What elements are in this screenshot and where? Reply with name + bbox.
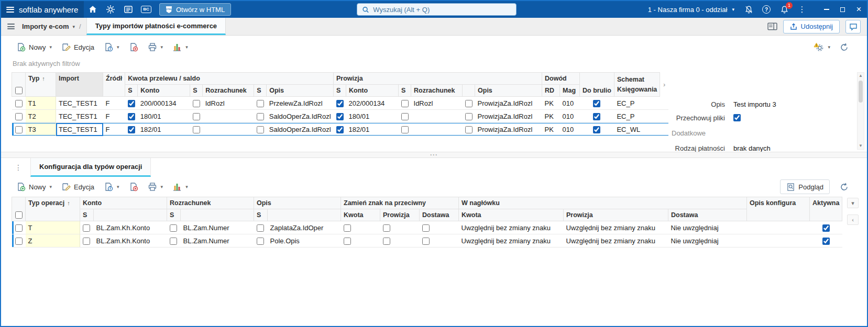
search-input[interactable] (373, 6, 511, 14)
cell-kwota-opis[interactable]: SaldoOperZa.IdRozl (267, 123, 334, 136)
new-button[interactable]: Nowy ▾ (12, 179, 57, 195)
cell-zamien-prowizja[interactable] (380, 234, 420, 247)
maximize-button[interactable] (834, 1, 851, 18)
cell-prowizja-rozrachunek-s[interactable] (399, 97, 411, 110)
cell-naglowek-dostawa[interactable]: Nie uwzględniaj (668, 221, 747, 234)
more-options-button[interactable]: ⋮ (793, 1, 811, 18)
table-row[interactable]: T2 TEC_TEST1 F 180/01 SaldoOperZa.IdRozl… (12, 110, 668, 123)
document-info-button[interactable]: ▾ (99, 39, 124, 55)
cell-naglowek-prowizja[interactable]: Uwzględnij bez zmiany znaku (564, 221, 668, 234)
cell-kwota-rozrachunek[interactable] (203, 123, 254, 136)
cell-typ[interactable]: T1 (26, 97, 56, 110)
column-header-typ[interactable]: Typ↑ (26, 73, 56, 97)
aktywna-checkbox[interactable] (822, 238, 830, 245)
cell-mag[interactable]: 010 (560, 110, 580, 123)
table-row-selected[interactable]: T3 TEC_TEST1 F 182/01 SaldoOperZa.IdRozl… (12, 123, 668, 136)
s-checkbox[interactable] (83, 238, 90, 245)
cell-prowizja-rozrachunek-s[interactable] (399, 123, 411, 136)
cell-opis[interactable]: Pole.Opis (268, 234, 341, 247)
zamien-prowizja-checkbox[interactable] (383, 224, 390, 232)
s-checkbox[interactable] (257, 126, 264, 133)
s-checkbox[interactable] (336, 100, 344, 107)
cell-zamien-kwota[interactable] (341, 221, 380, 234)
cell-typ[interactable]: T2 (26, 110, 56, 123)
do-brulionu-checkbox[interactable] (593, 126, 600, 133)
cell-kwota-rozrachunek[interactable]: IdRozl (203, 97, 254, 110)
chart-button[interactable]: ▾ (168, 39, 193, 55)
preview-button[interactable]: Podgląd (780, 179, 830, 194)
zamien-dostawa-checkbox[interactable] (422, 224, 430, 232)
print-button[interactable]: ▾ (143, 179, 168, 195)
cell-do-brulionu[interactable] (580, 123, 614, 136)
cell-prowizja-s[interactable] (334, 123, 346, 136)
panel-layout-button[interactable] (767, 22, 777, 31)
column-header-opis-konfiguracji[interactable]: Opis konfigura (747, 197, 810, 221)
row-select-checkbox[interactable] (15, 238, 23, 245)
cell-prowizja-rozrachunek[interactable] (411, 110, 463, 123)
expand-side-panel-button[interactable]: ‹ (847, 215, 859, 225)
delete-button[interactable] (124, 179, 143, 195)
cell-kwota-opis[interactable]: SaldoOperZa.IdRozl (267, 110, 334, 123)
cell-rozrachunek[interactable]: BL.Zam.Numer (181, 234, 254, 247)
cell-zamien-prowizja[interactable] (380, 221, 420, 234)
cell-prowizja-opis-s[interactable] (463, 123, 475, 136)
cell-opis-konfiguracji[interactable] (747, 234, 810, 247)
breadcrumb[interactable]: Importy e-com ▾ (21, 22, 79, 30)
group-header-konto[interactable]: Konto (80, 197, 167, 209)
group-header-opis[interactable]: Opis (254, 197, 341, 209)
document-info-button[interactable]: ▾ (99, 179, 124, 195)
cell-kwota-s[interactable] (125, 110, 138, 123)
row-select-cell[interactable] (12, 221, 26, 234)
cell-rozrachunek-s[interactable] (167, 234, 181, 247)
cell-opis-s[interactable] (254, 221, 268, 234)
open-in-html-button[interactable]: HTML Otwórz w HTML (159, 3, 231, 16)
row-select-cell[interactable] (12, 110, 26, 123)
table-row[interactable]: T BL.Zam.Kh.Konto BL.Zam.Numer ZaplataZa… (12, 221, 842, 234)
s-checkbox[interactable] (401, 100, 409, 107)
row-select-checkbox[interactable] (15, 224, 23, 232)
s-checkbox[interactable] (336, 126, 344, 133)
cell-rozrachunek-s[interactable] (167, 221, 181, 234)
s-checkbox[interactable] (193, 113, 200, 120)
column-header-opis[interactable]: Opis (267, 85, 334, 97)
refresh-button[interactable] (835, 179, 853, 195)
cell-schemat[interactable]: EC_WL (614, 123, 660, 136)
cell-prowizja-konto[interactable]: 180/01 (346, 110, 399, 123)
cell-schemat[interactable]: EC_P (614, 97, 660, 110)
settings-alert-button[interactable]: ▾ (809, 39, 835, 55)
cell-prowizja-konto[interactable]: 202/000134 (346, 97, 399, 110)
select-all-checkbox[interactable] (15, 87, 23, 94)
s-checkbox[interactable] (257, 238, 264, 245)
select-all-checkbox[interactable] (15, 211, 23, 219)
panel-drag-handle[interactable]: ⋮ (1, 163, 30, 172)
column-header-dostawa[interactable]: Dostawa (420, 209, 459, 221)
delete-button[interactable] (124, 39, 143, 55)
column-header-s[interactable]: S (125, 85, 138, 97)
cell-zrodlo[interactable]: F (103, 123, 125, 136)
chart-button[interactable]: ▾ (168, 179, 193, 195)
notifications-button[interactable]: 1 (775, 1, 793, 18)
row-select-cell[interactable] (12, 97, 26, 110)
search-box[interactable] (357, 3, 517, 16)
cell-prowizja-rozrachunek-s[interactable] (399, 110, 411, 123)
new-button[interactable]: Nowy ▾ (12, 39, 57, 55)
cell-schemat[interactable]: EC_P (614, 110, 660, 123)
bc-button[interactable]: BC (137, 1, 155, 18)
print-button[interactable]: ▾ (143, 39, 168, 55)
cell-prowizja-opis-s[interactable] (463, 110, 475, 123)
cell-aktywna[interactable] (810, 234, 842, 247)
cell-zamien-dostawa[interactable] (420, 234, 459, 247)
cell-kwota-s[interactable] (125, 123, 138, 136)
comments-button[interactable] (845, 20, 861, 33)
scroll-down-icon[interactable]: ▼ (859, 143, 863, 149)
cell-zamien-kwota[interactable] (341, 234, 380, 247)
cell-opis-s[interactable] (254, 234, 268, 247)
s-checkbox[interactable] (83, 224, 90, 232)
cell-kwota-konto[interactable]: 180/01 (138, 110, 190, 123)
pane-splitter[interactable]: ⋯ (1, 152, 867, 158)
notifications-muted-button[interactable] (740, 1, 757, 18)
column-header-s[interactable]: S (334, 85, 346, 97)
column-header-aktywna[interactable]: Aktywna (810, 197, 842, 221)
cell-import[interactable]: TEC_TEST1 (56, 110, 103, 123)
select-all-header[interactable] (12, 73, 26, 97)
